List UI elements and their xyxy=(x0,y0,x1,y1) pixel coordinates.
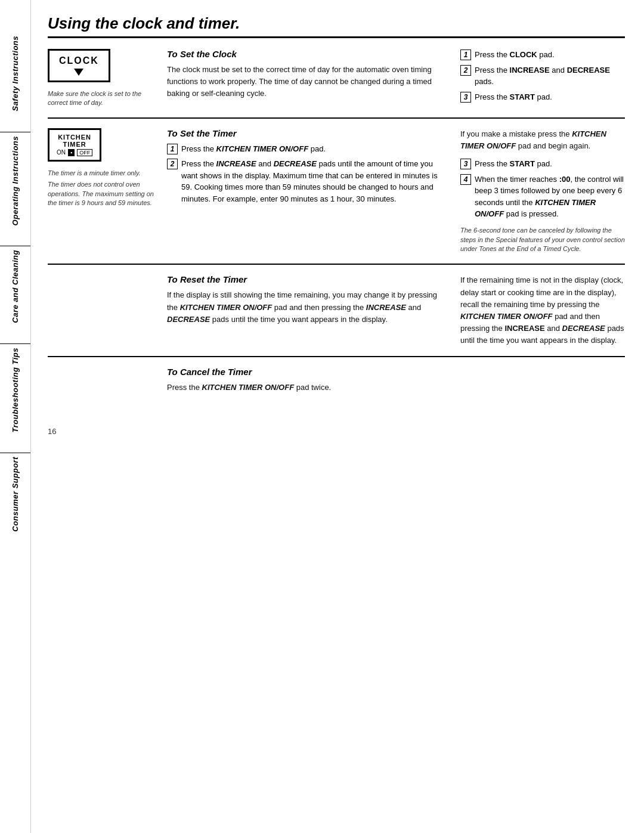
sidebar-section-safety: Safety Instructions xyxy=(11,36,20,123)
timer-steps-right-col: If you make a mistake press the KITCHEN … xyxy=(458,128,625,255)
sidebar-label-consumer: Consumer Support xyxy=(11,457,20,532)
clock-step-num-1: 1 xyxy=(460,49,471,60)
clock-step-num-2: 2 xyxy=(460,65,471,76)
timer-heading: To Set the Timer xyxy=(167,128,448,138)
clock-steps-col: 1 Press the CLOCK pad. 2 Press the INCRE… xyxy=(458,49,625,108)
timer-caption-2: The timer does not control oven operatio… xyxy=(48,180,160,208)
timer-step-num-4: 4 xyxy=(460,174,471,185)
clock-caption: Make sure the clock is set to the correc… xyxy=(48,89,160,108)
clock-step-text-2: Press the INCREASE and DECREASE pads. xyxy=(475,64,625,88)
sidebar-divider-2 xyxy=(0,246,30,246)
timer-step-text-3: Press the START pad. xyxy=(475,158,625,170)
timer-step-text-1: Press the KITCHEN TIMER ON/OFF pad. xyxy=(181,143,448,155)
reset-body-left: If the display is still showing the time… xyxy=(167,289,448,325)
timer-on-box: ▪ xyxy=(68,149,75,156)
sidebar-label-care: Care and Cleaning xyxy=(11,250,20,323)
reset-body-middle: To Reset the Timer If the display is sti… xyxy=(167,274,458,346)
timer-section: KITCHEN TIMER ON ▪ OFF The timer is a mi… xyxy=(48,119,625,265)
sidebar-label-operating: Operating Instructions xyxy=(11,136,20,225)
cancel-body: To Cancel the Timer Press the KITCHEN TI… xyxy=(167,367,458,394)
clock-heading: To Set the Clock xyxy=(167,49,448,59)
timer-step-num-2: 2 xyxy=(167,159,178,169)
clock-step-text-1: Press the CLOCK pad. xyxy=(475,49,625,61)
page-number: 16 xyxy=(48,427,625,436)
timer-on-label: ON xyxy=(57,149,66,156)
clock-body-col: To Set the Clock The clock must be set t… xyxy=(167,49,458,108)
timer-step-2: 2 Press the INCREASE and DECREASE pads u… xyxy=(167,158,448,205)
sidebar-divider-4 xyxy=(0,453,30,453)
clock-section: CLOCK Make sure the clock is set to the … xyxy=(48,49,625,119)
timer-step-4: 4 When the timer reaches :00, the contro… xyxy=(460,174,625,220)
reset-section: To Reset the Timer If the display is sti… xyxy=(48,265,625,357)
clock-step-1: 1 Press the CLOCK pad. xyxy=(460,49,625,61)
timer-steps-middle-col: To Set the Timer 1 Press the KITCHEN TIM… xyxy=(167,128,458,255)
sidebar-label-troubleshooting: Troubleshooting Tips xyxy=(11,348,20,432)
timer-steps-left: 1 Press the KITCHEN TIMER ON/OFF pad. 2 … xyxy=(167,143,448,205)
sidebar-section-operating: Operating Instructions xyxy=(11,136,20,237)
clock-step-num-3: 3 xyxy=(460,92,471,103)
timer-steps-right: 3 Press the START pad. 4 When the timer … xyxy=(460,158,625,220)
sidebar-section-consumer: Consumer Support xyxy=(11,457,20,544)
cancel-body-text: Press the KITCHEN TIMER ON/OFF pad twice… xyxy=(167,382,448,394)
timer-step-text-4: When the timer reaches :00, the control … xyxy=(475,174,625,220)
sidebar-divider-3 xyxy=(0,343,30,344)
timer-step-3: 3 Press the START pad. xyxy=(460,158,625,170)
timer-footnote: The 6-second tone can be canceled by fol… xyxy=(460,226,625,255)
timer-step-num-1: 1 xyxy=(167,144,178,154)
timer-icon: KITCHEN TIMER ON ▪ OFF xyxy=(48,128,101,162)
cancel-heading: To Cancel the Timer xyxy=(167,367,448,377)
sidebar-divider-1 xyxy=(0,132,30,132)
main-content: Using the clock and timer. CLOCK Make su… xyxy=(31,0,644,833)
timer-icon-onoff: ON ▪ OFF xyxy=(57,149,92,156)
reset-icon-col xyxy=(48,274,167,346)
timer-step-1: 1 Press the KITCHEN TIMER ON/OFF pad. xyxy=(167,143,448,155)
page-title: Using the clock and timer. xyxy=(48,14,625,38)
reset-body-right: If the remaining time is not in the disp… xyxy=(458,274,625,346)
timer-step-text-2: Press the INCREASE and DECREASE pads unt… xyxy=(181,158,448,205)
timer-step-num-3: 3 xyxy=(460,159,471,169)
sidebar-label-safety: Safety Instructions xyxy=(11,36,20,112)
clock-triangle xyxy=(74,69,83,76)
reset-text-right: If the remaining time is not in the disp… xyxy=(460,274,625,346)
clock-steps: 1 Press the CLOCK pad. 2 Press the INCRE… xyxy=(460,49,625,103)
cancel-right-empty xyxy=(458,367,625,394)
clock-step-2: 2 Press the INCREASE and DECREASE pads. xyxy=(460,64,625,88)
clock-icon-col: CLOCK Make sure the clock is set to the … xyxy=(48,49,167,108)
clock-step-3: 3 Press the START pad. xyxy=(460,91,625,103)
sidebar-section-care: Care and Cleaning xyxy=(11,250,20,335)
timer-icon-col: KITCHEN TIMER ON ▪ OFF The timer is a mi… xyxy=(48,128,167,255)
cancel-icon-col xyxy=(48,367,167,394)
sidebar-section-troubleshooting: Troubleshooting Tips xyxy=(11,348,20,444)
clock-body-text: The clock must be set to the correct tim… xyxy=(167,64,448,100)
clock-step-text-3: Press the START pad. xyxy=(475,91,625,103)
reset-heading: To Reset the Timer xyxy=(167,274,448,284)
cancel-section: To Cancel the Timer Press the KITCHEN TI… xyxy=(48,357,625,417)
timer-caption-1: The timer is a minute timer only. xyxy=(48,169,160,178)
clock-icon: CLOCK xyxy=(48,49,110,82)
sidebar: Safety Instructions Operating Instructio… xyxy=(0,0,31,833)
timer-icon-label: KITCHEN TIMER xyxy=(58,134,91,148)
clock-icon-label: CLOCK xyxy=(59,55,99,66)
timer-mistake-text: If you make a mistake press the KITCHEN … xyxy=(460,128,625,152)
timer-off-box: OFF xyxy=(77,149,92,156)
